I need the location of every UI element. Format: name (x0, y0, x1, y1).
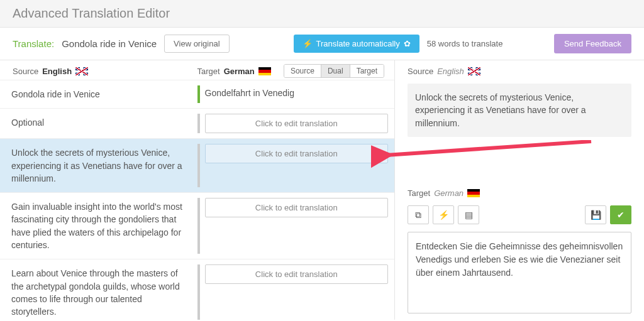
view-toggle: Source Dual Target (284, 64, 384, 78)
target-text-input[interactable]: Entdecken Sie die Geheimnisse des geheim… (408, 232, 631, 313)
status-bar-icon (197, 144, 200, 187)
edit-translation-button[interactable]: Click to edit translation (205, 144, 389, 163)
confirm-button[interactable]: ✔ (610, 205, 631, 224)
copy-icon: ⧉ (415, 210, 421, 220)
segment-row[interactable]: Optional Click to edit translation (0, 108, 394, 138)
app-title: Advanced Translation Editor (13, 6, 631, 21)
edit-translation-button[interactable]: Click to edit translation (205, 114, 389, 133)
segment-source: Unlock the secrets of mysterious Venice,… (0, 139, 197, 192)
glossary-button[interactable]: ▤ (458, 205, 479, 224)
translate-automatically-button[interactable]: ⚡ Translate automatically ✿ (294, 35, 419, 53)
bolt-icon: ⚡ (303, 39, 313, 48)
segment-source: Optional (0, 109, 197, 138)
send-feedback-button[interactable]: Send Feedback (554, 34, 631, 53)
save-icon: 💾 (591, 210, 601, 220)
view-source-tab[interactable]: Source (284, 65, 321, 77)
segments-panel: Source English Target German Source Dual… (0, 60, 395, 320)
segment-row[interactable]: Gondola ride in Venice Gondelfahrt in Ve… (0, 80, 394, 108)
machine-translate-button[interactable]: ⚡ (433, 205, 454, 224)
translate-label: Translate: (13, 38, 54, 49)
edit-translation-button[interactable]: Click to edit translation (205, 264, 389, 284)
source-text-panel: Unlock the secrets of mysterious Venice,… (408, 84, 631, 137)
copy-source-button[interactable]: ⧉ (408, 205, 429, 224)
bolt-icon: ⚡ (438, 210, 449, 220)
status-bar-icon (197, 114, 200, 133)
de-flag-icon (258, 67, 271, 75)
uk-flag-icon (75, 67, 88, 75)
app-header: Advanced Translation Editor (0, 0, 644, 28)
book-icon: ▤ (465, 210, 473, 220)
segment-row[interactable]: Unlock the secrets of mysterious Venice,… (0, 138, 394, 192)
segment-row[interactable]: Learn about Venice through the masters o… (0, 259, 394, 320)
segment-source: Gain invaluable insight into the world's… (0, 193, 197, 259)
segment-row[interactable]: Gain invaluable insight into the world's… (0, 192, 394, 259)
target-toolbar: ⧉ ⚡ ▤ 💾 ✔ (408, 205, 631, 224)
edit-translation-button[interactable]: Click to edit translation (205, 198, 389, 217)
status-bar-icon (197, 264, 200, 320)
detail-panel: Source English Unlock the secrets of mys… (395, 60, 644, 320)
document-title: Gondola ride in Venice (62, 38, 157, 49)
uk-flag-icon (468, 67, 480, 75)
status-bar-icon (197, 85, 200, 103)
source-column-header: Source English (13, 67, 197, 76)
gear-icon: ✿ (404, 39, 411, 48)
view-target-tab[interactable]: Target (350, 65, 384, 77)
target-panel-label: Target German (408, 188, 631, 198)
check-icon: ✔ (617, 210, 625, 220)
segment-target: Gondelfahrt in Venedig (205, 85, 294, 101)
view-original-button[interactable]: View original (164, 35, 229, 53)
auto-translate-label: Translate automatically (316, 39, 400, 48)
source-panel-label: Source English (408, 67, 631, 76)
save-button[interactable]: 💾 (585, 205, 606, 224)
segment-list: Gondola ride in Venice Gondelfahrt in Ve… (0, 80, 394, 320)
segment-source: Learn about Venice through the masters o… (0, 259, 197, 320)
word-count: 58 words to translate (427, 39, 503, 48)
segment-source: Gondola ride in Venice (0, 80, 197, 108)
status-bar-icon (197, 198, 200, 254)
toolbar: Translate: Gondola ride in Venice View o… (0, 28, 644, 60)
de-flag-icon (467, 189, 480, 197)
view-dual-tab[interactable]: Dual (321, 65, 350, 77)
